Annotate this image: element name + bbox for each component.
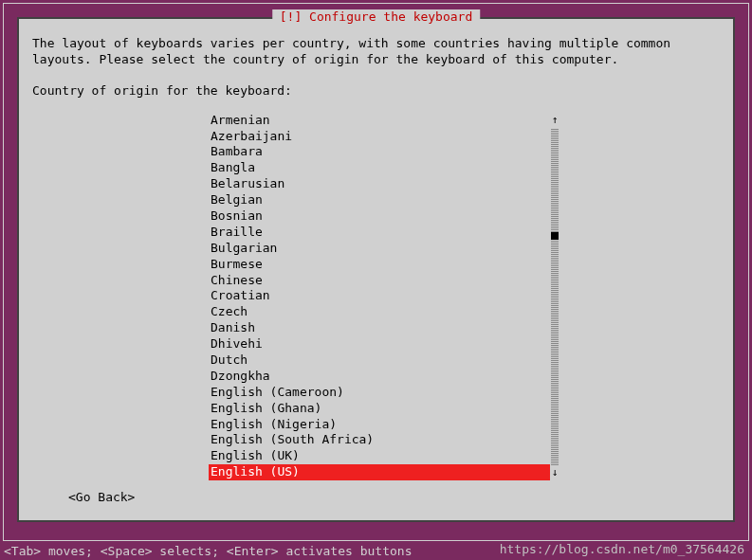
list-item[interactable]: Armenian (209, 113, 550, 129)
scrollbar[interactable]: ↑ ↓ (550, 113, 559, 480)
prompt-label: Country of origin for the keyboard: (32, 83, 720, 99)
country-list[interactable]: ArmenianAzerbaijaniBambaraBanglaBelarusi… (209, 113, 550, 480)
go-back-button[interactable]: <Go Back> (68, 490, 720, 506)
list-item[interactable]: Dzongkha (209, 369, 550, 385)
list-item[interactable]: Bosnian (209, 208, 550, 225)
dialog-title: [!] Configure the keyboard (272, 9, 481, 24)
list-item[interactable]: Dutch (209, 352, 550, 369)
list-item[interactable]: Burmese (209, 257, 550, 273)
scroll-track[interactable] (551, 128, 559, 465)
footer-hint: <Tab> moves; <Space> selects; <Enter> ac… (4, 544, 412, 558)
list-item[interactable]: Danish (209, 320, 550, 336)
keyboard-config-dialog: [!] Configure the keyboard The layout of… (17, 17, 735, 522)
list-item[interactable]: English (Cameroon) (209, 385, 550, 401)
list-item[interactable]: English (UK) (209, 448, 550, 464)
list-item[interactable]: Azerbaijani (209, 129, 550, 145)
list-item[interactable]: English (US) (209, 464, 550, 480)
scroll-thumb[interactable] (551, 232, 559, 240)
list-item[interactable]: English (Ghana) (209, 401, 550, 417)
list-item[interactable]: Belarusian (209, 176, 550, 192)
instructions-text: The layout of keyboards varies per count… (32, 36, 720, 68)
list-item[interactable]: English (Nigeria) (209, 417, 550, 433)
list-item[interactable]: Croatian (209, 288, 550, 304)
scroll-down-icon[interactable]: ↓ (552, 465, 559, 480)
list-item[interactable]: Braille (209, 225, 550, 241)
list-item[interactable]: Bulgarian (209, 241, 550, 257)
scroll-up-icon[interactable]: ↑ (552, 113, 559, 128)
list-item[interactable]: Czech (209, 304, 550, 320)
list-item[interactable]: Dhivehi (209, 336, 550, 352)
list-item[interactable]: Bangla (209, 160, 550, 176)
list-item[interactable]: Belgian (209, 192, 550, 208)
list-item[interactable]: English (South Africa) (209, 432, 550, 448)
watermark-text: https://blog.csdn.net/m0_37564426 (500, 542, 744, 556)
list-item[interactable]: Bambara (209, 144, 550, 160)
list-item[interactable]: Chinese (209, 273, 550, 289)
